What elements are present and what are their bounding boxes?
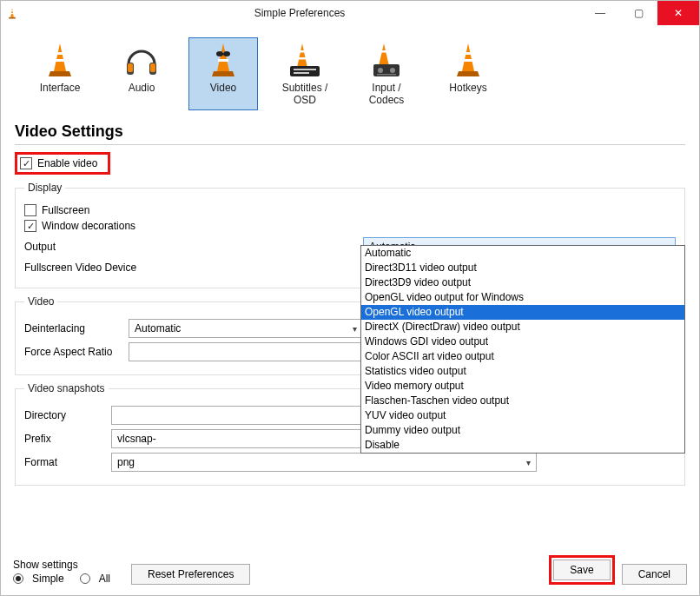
- tab-audio[interactable]: Audio: [107, 37, 176, 110]
- svg-rect-18: [380, 50, 387, 53]
- window-decorations-label: Window decorations: [42, 220, 135, 232]
- fullscreen-label: Fullscreen: [42, 204, 89, 216]
- show-settings-block: Show settings Simple All: [13, 559, 110, 585]
- format-label: Format: [24, 456, 111, 468]
- force-ar-input[interactable]: [129, 342, 363, 361]
- group-video-legend: Video: [24, 295, 57, 308]
- tab-hotkeys[interactable]: Hotkeys: [433, 37, 503, 110]
- force-ar-label: Force Aspect Ratio: [24, 346, 129, 358]
- minimize-button[interactable]: —: [581, 1, 619, 25]
- svg-rect-24: [463, 59, 473, 62]
- svg-point-21: [390, 68, 395, 73]
- bottom-bar: Show settings Simple All Reset Preferenc…: [13, 555, 687, 585]
- svg-rect-9: [218, 59, 228, 62]
- svg-rect-17: [294, 72, 309, 74]
- deinterlacing-combobox[interactable]: Automatic ▾: [129, 319, 363, 338]
- svg-rect-1: [10, 13, 14, 14]
- svg-rect-23: [465, 52, 472, 55]
- output-option[interactable]: OpenGL video output: [361, 305, 684, 320]
- output-option[interactable]: YUV video output: [361, 408, 684, 423]
- show-settings-simple-radio[interactable]: [13, 573, 23, 584]
- window-controls: — ▢ ✕: [581, 1, 699, 25]
- output-option[interactable]: Disable: [361, 438, 684, 453]
- show-settings-label: Show settings: [13, 559, 110, 571]
- output-option[interactable]: Dummy video output: [361, 423, 684, 438]
- save-button[interactable]: Save: [553, 560, 610, 580]
- tab-input-codecs[interactable]: Input / Codecs: [352, 37, 421, 110]
- svg-rect-22: [377, 74, 396, 76]
- directory-label: Directory: [24, 409, 111, 421]
- format-combobox[interactable]: png ▾: [111, 453, 537, 472]
- svg-rect-14: [298, 57, 307, 60]
- svg-rect-15: [290, 66, 320, 76]
- page-title: Video Settings: [15, 123, 685, 141]
- reset-label: Reset Preferences: [148, 568, 234, 580]
- tab-label: Interface: [40, 82, 81, 94]
- tab-subtitles[interactable]: Subtitles / OSD: [270, 37, 340, 110]
- tab-label: Audio: [129, 82, 155, 94]
- output-option[interactable]: Color ASCII art video output: [361, 349, 684, 364]
- prefix-value: vlcsnap-: [117, 433, 156, 445]
- group-display-legend: Display: [24, 182, 65, 194]
- chevron-down-icon: ▾: [353, 324, 357, 334]
- video-cone-sunglasses-icon: [202, 42, 244, 78]
- output-option[interactable]: Automatic: [361, 246, 684, 261]
- hotkeys-cone-icon: [447, 42, 489, 78]
- subtitles-cone-icon: [284, 42, 326, 78]
- enable-video-checkbox[interactable]: [20, 157, 32, 169]
- highlight-enable-video: Enable video: [15, 152, 110, 175]
- svg-rect-0: [11, 10, 14, 11]
- tab-label: Hotkeys: [449, 82, 486, 94]
- enable-video-label: Enable video: [37, 157, 97, 169]
- preferences-window: Simple Preferences — ▢ ✕ Interface Audio: [0, 0, 700, 596]
- show-settings-simple-label: Simple: [32, 573, 64, 585]
- output-option[interactable]: Windows GDI video output: [361, 334, 684, 349]
- rule: [15, 144, 685, 145]
- output-label: Output: [24, 241, 363, 253]
- category-tabs: Interface Audio Video Subtitles / OSD: [15, 34, 685, 114]
- tab-interface[interactable]: Interface: [25, 37, 95, 110]
- tab-label: Input / Codecs: [354, 82, 419, 106]
- deinterlacing-value: Automatic: [135, 322, 181, 334]
- close-button[interactable]: ✕: [657, 1, 699, 25]
- show-settings-all-radio[interactable]: [80, 573, 90, 584]
- format-value: png: [117, 456, 135, 468]
- output-option[interactable]: Statistics video output: [361, 364, 684, 379]
- deinterlacing-label: Deinterlacing: [24, 322, 129, 334]
- vlc-cone-icon: [6, 7, 18, 19]
- svg-rect-13: [299, 50, 306, 53]
- svg-rect-3: [55, 59, 65, 62]
- titlebar: Simple Preferences — ▢ ✕: [1, 1, 699, 25]
- maximize-button[interactable]: ▢: [619, 1, 657, 25]
- show-settings-all-label: All: [99, 573, 110, 585]
- output-option[interactable]: OpenGL video output for Windows: [361, 290, 684, 305]
- cancel-button[interactable]: Cancel: [622, 564, 687, 585]
- prefix-label: Prefix: [24, 433, 111, 445]
- svg-rect-7: [150, 63, 155, 72]
- tab-label: Video: [210, 82, 236, 94]
- cancel-label: Cancel: [638, 568, 670, 580]
- codecs-cone-icon: [366, 42, 407, 78]
- output-dropdown-list[interactable]: AutomaticDirect3D11 video outputDirect3D…: [360, 245, 685, 454]
- tab-label: Subtitles / OSD: [273, 82, 337, 106]
- highlight-save: Save: [549, 555, 614, 585]
- output-option[interactable]: Flaschen-Taschen video output: [361, 394, 684, 408]
- output-option[interactable]: Video memory output: [361, 379, 684, 394]
- interface-cone-icon: [39, 42, 81, 78]
- output-option[interactable]: DirectX (DirectDraw) video output: [361, 320, 684, 334]
- svg-rect-2: [56, 52, 64, 55]
- fullscreen-checkbox[interactable]: [24, 204, 36, 216]
- fs-device-label: Fullscreen Video Device: [24, 262, 363, 274]
- tab-video[interactable]: Video: [188, 37, 258, 110]
- window-decorations-checkbox[interactable]: [24, 220, 36, 232]
- svg-point-20: [378, 68, 383, 73]
- window-title: Simple Preferences: [18, 7, 581, 19]
- reset-preferences-button[interactable]: Reset Preferences: [131, 564, 250, 585]
- output-option[interactable]: Direct3D11 video output: [361, 261, 684, 275]
- svg-rect-6: [128, 63, 133, 72]
- output-option[interactable]: Direct3D9 video output: [361, 275, 684, 290]
- headphones-icon: [121, 42, 162, 78]
- svg-rect-12: [221, 53, 225, 55]
- chevron-down-icon: ▾: [526, 458, 531, 467]
- save-label: Save: [570, 564, 593, 576]
